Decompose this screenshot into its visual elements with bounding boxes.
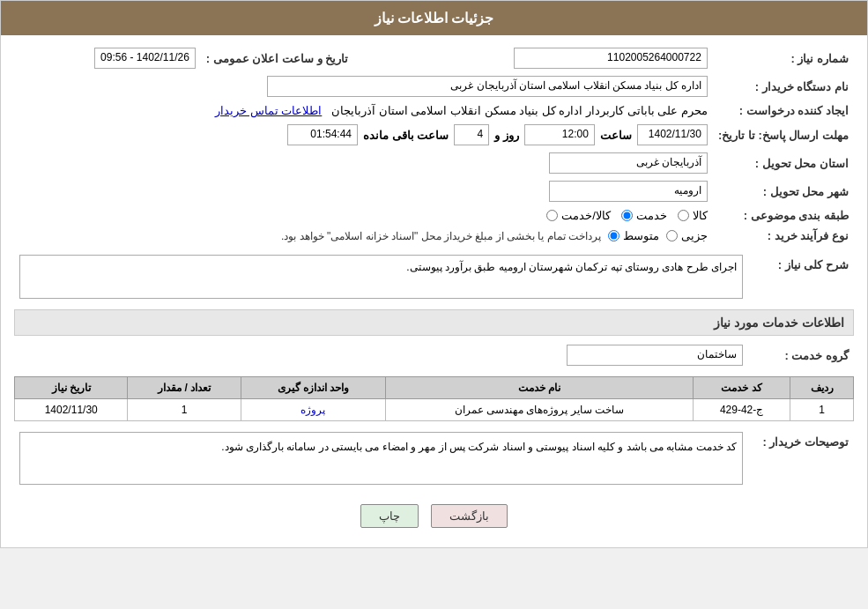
- ijad-label: ایجاد کننده درخواست :: [713, 100, 854, 121]
- sharh-text-display: اجرای طرح هادی روستای تپه ترکمان شهرستان…: [19, 255, 743, 299]
- mohlat-date-input: 1402/11/30: [637, 124, 708, 145]
- button-area: بازگشت چاپ: [14, 494, 854, 538]
- shomare-input: 1102005264000722: [514, 48, 708, 69]
- sharh-value-cell: <span data-bind="fields.sharh_value"></s…: [14, 251, 748, 302]
- services-table: ردیف کد خدمت نام خدمت واحد اندازه گیری ت…: [14, 376, 854, 421]
- row-shomare: شماره نیاز : 1102005264000722 ساعت تاریخ…: [14, 44, 854, 72]
- page-title: جزئیات اطلاعات نیاز: [375, 11, 494, 26]
- grohe-table: گروه خدمت : ساختمان: [14, 341, 854, 369]
- shahr-value: ارومیه: [14, 177, 713, 205]
- mohlat-label: مهلت ارسال پاسخ: تا تاریخ:: [713, 121, 854, 149]
- cell-tedad: 1: [128, 399, 241, 421]
- namdastgah-label: نام دستگاه خریدار :: [713, 72, 854, 100]
- sharh-table: شرح کلی نیاز : <span data-bind="fields.s…: [14, 251, 854, 302]
- nove-text: پرداخت تمام یا بخشی از مبلغ خریداز محل "…: [281, 230, 601, 242]
- mohlat-value: 1402/11/30 ساعت 12:00 روز و 4 ساعت باقی …: [14, 121, 713, 149]
- sharh-label: شرح کلی نیاز :: [748, 251, 854, 302]
- namdastgah-input: اداره کل بنیاد مسکن انقلاب اسلامی استان …: [267, 76, 708, 97]
- tarikh-input: 1402/11/26 - 09:56: [94, 48, 196, 69]
- col-tedad: تعداد / مقدار: [128, 377, 241, 399]
- radio-motaveset[interactable]: متوسط: [608, 229, 659, 242]
- row-namdastgah: نام دستگاه خریدار : اداره کل بنیاد مسکن …: [14, 72, 854, 100]
- cell-tarikh: 1402/11/30: [15, 399, 128, 421]
- page-wrapper: جزئیات اطلاعات نیاز شماره نیاز : 1102005…: [0, 0, 868, 548]
- cell-vahed: پروژه: [241, 399, 385, 421]
- radio-kala[interactable]: کالا: [678, 209, 708, 222]
- grohe-value: ساختمان: [14, 341, 748, 369]
- nove-label: نوع فرآیند خرید :: [713, 226, 854, 246]
- tosiyat-row: توصیحات خریدار : کد خدمت مشابه می باشد و…: [14, 428, 854, 488]
- ostan-input: آذربایجان غربی: [549, 152, 708, 174]
- shahr-input: ارومیه: [549, 181, 708, 202]
- grohe-input: ساختمان: [567, 345, 743, 366]
- row-tabaqe: طبقه بندی موضوعی : کالا خدمت کالا/خدمت: [14, 205, 854, 226]
- col-radif: ردیف: [790, 377, 854, 399]
- tosiyat-label: توصیحات خریدار :: [748, 428, 854, 488]
- mohlat-roz-label: روز و: [494, 129, 519, 142]
- row-ostan: استان محل تحویل : آذربایجان غربی: [14, 149, 854, 177]
- tosiyat-value-cell: کد خدمت مشابه می باشد و کلیه اسناد پیوست…: [14, 428, 748, 488]
- grohe-label: گروه خدمت :: [748, 341, 854, 369]
- shomare-label: شماره نیاز :: [713, 44, 854, 72]
- mohlat-time-input: 12:00: [524, 124, 595, 145]
- print-button[interactable]: چاپ: [360, 504, 419, 528]
- ijad-text: محرم علی باباتی کاربردار اداره کل بنیاد …: [331, 104, 708, 117]
- col-kod: کد خدمت: [693, 377, 790, 399]
- mohlat-mande-input: 01:54:44: [287, 124, 358, 145]
- namdastgah-value: اداره کل بنیاد مسکن انقلاب اسلامی استان …: [14, 72, 713, 100]
- row-ijadkonnande: ایجاد کننده درخواست : محرم علی باباتی کا…: [14, 100, 854, 121]
- sharh-row: شرح کلی نیاز : <span data-bind="fields.s…: [14, 251, 854, 302]
- ostan-value: آذربایجان غربی: [14, 149, 713, 177]
- cell-kod: ج-42-429: [693, 399, 790, 421]
- radio-khadamat[interactable]: خدمت: [621, 209, 667, 222]
- radio-jozi[interactable]: جزیی: [666, 229, 708, 242]
- col-tarikh: تاریخ نیاز: [15, 377, 128, 399]
- tosiyat-table: توصیحات خریدار : کد خدمت مشابه می باشد و…: [14, 428, 854, 488]
- contact-link[interactable]: اطلاعات تماس خریدار: [215, 104, 322, 117]
- ijad-value: محرم علی باباتی کاربردار اداره کل بنیاد …: [14, 100, 713, 121]
- col-nam: نام خدمت: [386, 377, 694, 399]
- mohlat-mande-label: ساعت باقی مانده: [363, 129, 449, 142]
- col-vahed: واحد اندازه گیری: [241, 377, 385, 399]
- tarikh-value: 1402/11/26 - 09:56: [14, 44, 201, 72]
- grohe-row: گروه خدمت : ساختمان: [14, 341, 854, 369]
- tarikhLabel: ساعت تاریخ و ساعت اعلان عمومی :: [201, 44, 353, 72]
- back-button[interactable]: بازگشت: [431, 504, 508, 528]
- mohlat-roz-input: 4: [454, 124, 489, 145]
- tabaqe-radios: کالا خدمت کالا/خدمت: [14, 205, 713, 226]
- ostan-label: استان محل تحویل :: [713, 149, 854, 177]
- khadamat-section-title: اطلاعات خدمات مورد نیاز: [14, 309, 854, 336]
- shahr-label: شهر محل تحویل :: [713, 177, 854, 205]
- page-header: جزئیات اطلاعات نیاز: [1, 1, 867, 35]
- tosiyat-text-display: کد خدمت مشابه می باشد و کلیه اسناد پیوست…: [19, 432, 743, 485]
- mohlat-saat-label: ساعت: [600, 129, 632, 142]
- table-row: 1ج-42-429ساخت سایر پروژه‌های مهندسی عمرا…: [15, 399, 854, 421]
- row-shahr: شهر محل تحویل : ارومیه: [14, 177, 854, 205]
- main-info-table: شماره نیاز : 1102005264000722 ساعت تاریخ…: [14, 44, 854, 246]
- row-nove-farayand: نوع فرآیند خرید : جزیی متوسط پرداخت تمام…: [14, 226, 854, 246]
- cell-radif: 1: [790, 399, 854, 421]
- services-header-row: ردیف کد خدمت نام خدمت واحد اندازه گیری ت…: [15, 377, 854, 399]
- shomare-value: 1102005264000722: [371, 44, 713, 72]
- radio-kala-khadamat[interactable]: کالا/خدمت: [546, 209, 611, 222]
- tabaqe-label: طبقه بندی موضوعی :: [713, 205, 854, 226]
- nove-value: جزیی متوسط پرداخت تمام یا بخشی از مبلغ خ…: [14, 226, 713, 246]
- content-area: شماره نیاز : 1102005264000722 ساعت تاریخ…: [1, 35, 867, 547]
- row-mohlat: مهلت ارسال پاسخ: تا تاریخ: 1402/11/30 سا…: [14, 121, 854, 149]
- cell-nam: ساخت سایر پروژه‌های مهندسی عمران: [386, 399, 694, 421]
